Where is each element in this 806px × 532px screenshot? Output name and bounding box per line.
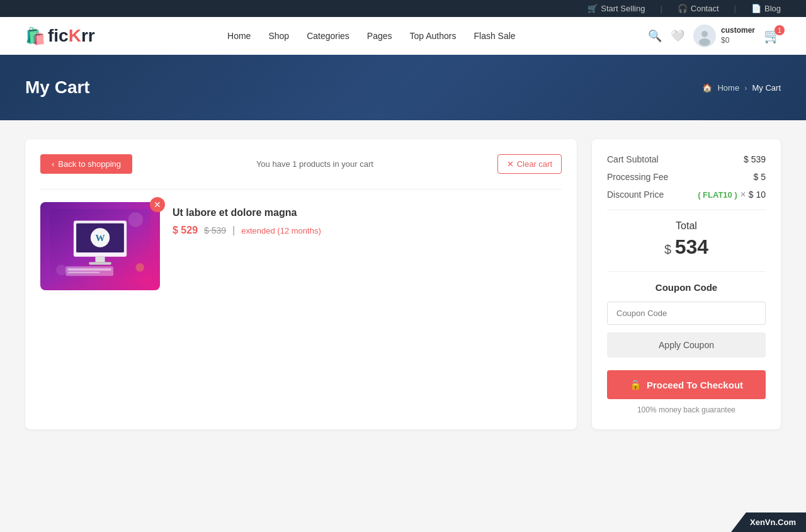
header: 🛍️ ficKrr Home Shop Categories Pages Top… (0, 17, 806, 55)
discount-label: Discount Price (607, 190, 664, 200)
price-original: $ 539 (204, 225, 226, 235)
cart-button[interactable]: 🛒 1 (764, 28, 781, 44)
item-details: Ut labore et dolore magna $ 529 $ 539 | … (173, 202, 562, 236)
user-info: customer $0 (721, 26, 755, 45)
headset-icon: 🎧 (678, 4, 688, 13)
item-price: $ 529 $ 539 | extended (12 months) (173, 225, 562, 236)
cart-divider (40, 189, 562, 190)
order-summary: Cart Subtotal $ 539 Processing Fee $ 5 D… (592, 139, 781, 429)
coupon-input[interactable] (607, 302, 766, 325)
subtotal-label: Cart Subtotal (607, 154, 659, 164)
home-breadcrumb-icon: 🏠 (702, 83, 712, 93)
svg-rect-11 (68, 268, 111, 270)
store-icon: 🛒 (587, 4, 598, 13)
wishlist-icon[interactable]: 🤍 (671, 29, 684, 43)
svg-rect-9 (89, 262, 111, 264)
svg-text:W: W (95, 232, 105, 243)
discount-badge: ( FLAT10 ) ✕ $ 10 (698, 190, 766, 200)
user-section[interactable]: customer $0 (693, 25, 755, 47)
logo[interactable]: 🛍️ ficKrr (25, 26, 95, 46)
coupon-section-title: Coupon Code (607, 282, 766, 293)
divider2: | (734, 4, 736, 13)
cart-item: W ✕ Ut (40, 202, 562, 303)
total-label: Total (607, 220, 766, 232)
proceed-to-checkout-button[interactable]: 🔒 Proceed To Checkout (607, 370, 766, 399)
clear-icon: ✕ (507, 159, 514, 169)
remove-coupon-button[interactable]: ✕ (740, 190, 746, 199)
search-icon[interactable]: 🔍 (648, 29, 662, 43)
svg-rect-10 (65, 266, 113, 276)
avatar (693, 25, 716, 47)
svg-rect-12 (68, 271, 100, 273)
blog-link[interactable]: 📄 Blog (751, 4, 781, 13)
apply-coupon-button[interactable]: Apply Coupon (607, 332, 766, 358)
clear-cart-button[interactable]: ✕ Clear cart (497, 154, 562, 174)
total-section: Total $ 534 (607, 220, 766, 259)
breadcrumb-home[interactable]: Home (717, 83, 739, 93)
processing-label: Processing Fee (607, 172, 668, 182)
money-back-text: 100% money back guarantee (607, 405, 766, 414)
summary-divider-2 (607, 271, 766, 272)
processing-row: Processing Fee $ 5 (607, 172, 766, 182)
contact-link[interactable]: 🎧 Contact (678, 4, 719, 13)
nav-flash-sale[interactable]: Flash Sale (474, 31, 515, 41)
item-image: W (40, 202, 160, 290)
main-content: ‹ Back to shopping You have 1 products i… (0, 120, 806, 448)
item-title: Ut labore et dolore magna (173, 207, 562, 218)
svg-point-2 (699, 38, 710, 46)
svg-point-13 (128, 212, 144, 227)
nav-top-authors[interactable]: Top Authors (410, 31, 457, 41)
svg-point-15 (135, 263, 144, 271)
page-header: My Cart 🏠 Home › My Cart (0, 55, 806, 120)
logo-cart-icon: 🛍️ (25, 26, 45, 46)
cart-info-text: You have 1 products in your cart (256, 159, 373, 169)
back-arrow-icon: ‹ (52, 159, 54, 169)
cart-header: ‹ Back to shopping You have 1 products i… (40, 154, 562, 174)
divider1: | (660, 4, 662, 13)
nav-home[interactable]: Home (227, 31, 251, 41)
lock-icon: 🔒 (630, 379, 642, 390)
discount-value: $ 10 (749, 190, 766, 200)
cart-badge: 1 (775, 25, 785, 35)
price-current: $ 529 (173, 225, 198, 236)
svg-point-14 (56, 264, 67, 275)
top-bar: 🛒 Start Selling | 🎧 Contact | 📄 Blog (0, 0, 806, 17)
discount-row: Discount Price ( FLAT10 ) ✕ $ 10 (607, 190, 766, 200)
subtotal-value: $ 539 (744, 154, 766, 164)
nav-pages[interactable]: Pages (367, 31, 392, 41)
header-actions: 🔍 🤍 customer $0 🛒 1 (648, 25, 781, 47)
breadcrumb: 🏠 Home › My Cart (702, 83, 781, 93)
nav-categories[interactable]: Categories (307, 31, 349, 41)
logo-text: ficKrr (48, 26, 95, 46)
svg-point-1 (701, 31, 708, 37)
subtotal-row: Cart Subtotal $ 539 (607, 154, 766, 164)
start-selling-link[interactable]: 🛒 Start Selling (587, 4, 645, 13)
svg-rect-8 (95, 257, 105, 262)
nav-shop[interactable]: Shop (268, 31, 289, 41)
blog-icon: 📄 (751, 4, 761, 13)
cart-section: ‹ Back to shopping You have 1 products i… (25, 139, 577, 429)
page-title: My Cart (25, 77, 90, 98)
dollar-sign: $ (664, 242, 675, 256)
breadcrumb-current: My Cart (752, 83, 781, 93)
remove-item-button[interactable]: ✕ (150, 197, 165, 212)
coupon-tag: ( FLAT10 ) (698, 190, 737, 200)
main-nav: Home Shop Categories Pages Top Authors F… (227, 31, 516, 41)
total-amount: $ 534 (607, 235, 766, 259)
processing-value: $ 5 (754, 172, 766, 182)
license-label: extended (12 months) (241, 226, 321, 235)
summary-divider (607, 210, 766, 210)
item-image-wrapper: W ✕ (40, 202, 160, 290)
back-to-shopping-button[interactable]: ‹ Back to shopping (40, 154, 132, 174)
breadcrumb-separator: › (744, 83, 747, 93)
